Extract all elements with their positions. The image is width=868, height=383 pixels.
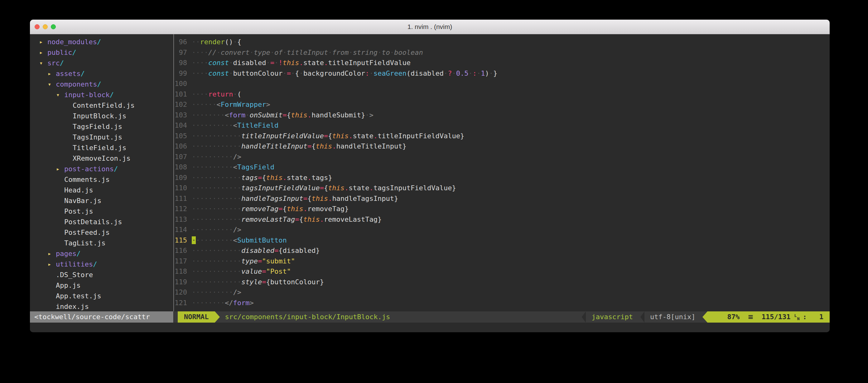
code-line[interactable]: 104··········<TitleField bbox=[174, 120, 830, 131]
tree-item-file[interactable]: TagsField.js bbox=[30, 121, 173, 132]
tree-item-folder[interactable]: ▾src/ bbox=[30, 58, 173, 69]
code-line[interactable]: 98····const·disabled·=·!this.state.title… bbox=[174, 58, 830, 68]
code-line[interactable]: 119············style={buttonColour} bbox=[174, 277, 830, 287]
line-number: 103 bbox=[174, 110, 187, 120]
tree-item-file[interactable]: .DS_Store bbox=[30, 270, 173, 280]
folder-closed-arrow-icon[interactable]: ▸ bbox=[40, 37, 48, 47]
code-line[interactable]: 120··········/> bbox=[174, 287, 830, 298]
code-line[interactable]: 106············handleTitleInput={this.ha… bbox=[174, 141, 830, 152]
code-text: ··········<SubmitButton bbox=[192, 235, 287, 246]
code-line[interactable]: 102······<FormWrapper> bbox=[174, 99, 830, 110]
tree-item-folder[interactable]: ▸assets/ bbox=[30, 69, 173, 79]
code-line[interactable]: 101····return·( bbox=[174, 89, 830, 100]
tree-item-folder[interactable]: ▾input-block/ bbox=[30, 90, 173, 100]
line-number: 115 bbox=[174, 235, 187, 246]
code-line[interactable]: 105············titleInputFieldValue={thi… bbox=[174, 131, 830, 141]
tree-item-folder[interactable]: ▸utilities/ bbox=[30, 259, 173, 270]
tree-item-file[interactable]: TagsInput.js bbox=[30, 132, 173, 143]
folder-open-arrow-icon[interactable]: ▾ bbox=[48, 79, 56, 90]
folder-closed-arrow-icon[interactable]: ▸ bbox=[40, 47, 48, 58]
tree-item-file[interactable]: ContentField.js bbox=[30, 100, 173, 111]
tree-item-file[interactable]: index.js bbox=[30, 302, 173, 311]
minimize-button[interactable] bbox=[43, 24, 48, 29]
statusline: NORMAL src/components/input-block/InputB… bbox=[174, 311, 830, 323]
line-number: 116 bbox=[174, 245, 187, 256]
tree-item-label: App.js bbox=[56, 280, 81, 291]
tree-item-folder[interactable]: ▸pages/ bbox=[30, 248, 173, 259]
tree-item-file[interactable]: PostFeed.js bbox=[30, 227, 173, 238]
code-line[interactable]: 121········</form> bbox=[174, 298, 830, 308]
tree-item-label: TagsInput.js bbox=[73, 132, 122, 143]
code-line[interactable]: 109············tags={this.state.tags} bbox=[174, 173, 830, 183]
powerline-arrow-left-icon bbox=[703, 311, 707, 323]
folder-closed-arrow-icon[interactable]: ▸ bbox=[48, 248, 56, 259]
code-line[interactable]: 100 bbox=[174, 78, 830, 89]
code-line[interactable]: 117············type="submit" bbox=[174, 256, 830, 267]
tree-item-folder[interactable]: ▸public/ bbox=[30, 47, 173, 58]
code-line[interactable]: 108··········<TagsField bbox=[174, 162, 830, 173]
tree-item-file[interactable]: PostDetails.js bbox=[30, 217, 173, 227]
tree-item-folder[interactable]: ▸node_modules/ bbox=[30, 37, 173, 47]
file-tree-pane[interactable]: ▸node_modules/▸public/▾src/▸assets/▾comp… bbox=[30, 34, 173, 311]
code-line[interactable]: 115··········<SubmitButton bbox=[174, 235, 830, 246]
code-line[interactable]: 118············value="Post" bbox=[174, 266, 830, 277]
folder-closed-arrow-icon[interactable]: ▸ bbox=[57, 164, 64, 174]
code-text: ····const·buttonColour·=·{·backgroundCol… bbox=[192, 68, 497, 79]
code-line[interactable]: 110············tagsInputFieldValue={this… bbox=[174, 183, 830, 194]
tree-item-file[interactable]: TitleField.js bbox=[30, 143, 173, 153]
tree-item-file[interactable]: App.test.js bbox=[30, 291, 173, 302]
code-text: ··········<TagsField bbox=[192, 162, 274, 173]
command-line[interactable] bbox=[30, 323, 830, 332]
tree-item-folder[interactable]: ▸post-actions/ bbox=[30, 164, 173, 174]
code-line[interactable]: 97····//·convert·type·of·titleInput·from… bbox=[174, 47, 830, 58]
tree-item-file[interactable]: XRemoveIcon.js bbox=[30, 153, 173, 164]
code-line[interactable]: 116············disabled={disabled} bbox=[174, 245, 830, 256]
tree-item-file[interactable]: Post.js bbox=[30, 206, 173, 217]
filetype-label: javascript bbox=[591, 311, 632, 323]
tree-item-label: TagList.js bbox=[64, 238, 105, 248]
code-line[interactable]: 107··········/> bbox=[174, 152, 830, 162]
tree-item-label: .DS_Store bbox=[56, 270, 93, 280]
tree-item-file[interactable]: NavBar.js bbox=[30, 196, 173, 206]
tree-item-label: index.js bbox=[56, 302, 89, 311]
code-text: ············tags={this.state.tags} bbox=[192, 173, 332, 183]
folder-closed-arrow-icon[interactable]: ▸ bbox=[48, 69, 56, 79]
code-line[interactable]: 114··········/> bbox=[174, 224, 830, 235]
code-line[interactable]: 111············handleTagsInput={this.han… bbox=[174, 194, 830, 204]
zoom-button[interactable] bbox=[51, 24, 56, 29]
code-text: ····//·convert·type·of·titleInput·from·s… bbox=[192, 47, 423, 58]
folder-slash: / bbox=[60, 58, 64, 69]
editor-pane[interactable]: 96··render()·{97····//·convert·type·of·t… bbox=[174, 34, 830, 311]
close-button[interactable] bbox=[35, 24, 40, 29]
code-line[interactable]: 112············removeTag={this.removeTag… bbox=[174, 204, 830, 214]
folder-open-arrow-icon[interactable]: ▾ bbox=[40, 58, 48, 69]
tree-item-file[interactable]: TagList.js bbox=[30, 238, 173, 248]
code-text: ············value="Post" bbox=[192, 266, 291, 277]
tree-item-label: PostFeed.js bbox=[64, 227, 110, 238]
tree-item-label: components bbox=[56, 79, 97, 90]
vim-panes: ▸node_modules/▸public/▾src/▸assets/▾comp… bbox=[30, 34, 830, 311]
code-line[interactable]: 96··render()·{ bbox=[174, 37, 830, 47]
tree-item-label: ContentField.js bbox=[73, 100, 135, 111]
code-text: ············removeTag={this.removeTag} bbox=[192, 204, 348, 214]
code-text: ····const·disabled·=·!this.state.titleIn… bbox=[192, 58, 411, 68]
scroll-percent: 87% bbox=[727, 311, 740, 323]
code-line[interactable]: 113············removeLastTag={this.remov… bbox=[174, 214, 830, 225]
code-line[interactable]: 103········<form·onSubmit={this.handleSu… bbox=[174, 110, 830, 120]
tree-item-label: pages bbox=[56, 248, 76, 259]
folder-open-arrow-icon[interactable]: ▾ bbox=[57, 90, 64, 100]
tree-item-file[interactable]: Comments.js bbox=[30, 174, 173, 185]
tree-item-file[interactable]: Head.js bbox=[30, 185, 173, 196]
line-number: 112 bbox=[174, 204, 187, 214]
tree-item-file[interactable]: App.js bbox=[30, 280, 173, 291]
folder-slash: / bbox=[72, 47, 76, 58]
tree-item-file[interactable]: InputBlock.js bbox=[30, 111, 173, 121]
line-number: 113 bbox=[174, 214, 187, 225]
folder-closed-arrow-icon[interactable]: ▸ bbox=[48, 259, 56, 270]
tree-item-label: TitleField.js bbox=[73, 143, 126, 153]
titlebar[interactable]: 1. nvim . (nvim) bbox=[30, 20, 830, 34]
code-text: ············style={buttonColour} bbox=[192, 277, 324, 287]
code-line[interactable]: 99····const·buttonColour·=·{·backgroundC… bbox=[174, 68, 830, 79]
folder-slash: / bbox=[97, 79, 101, 90]
tree-item-folder[interactable]: ▾components/ bbox=[30, 79, 173, 90]
